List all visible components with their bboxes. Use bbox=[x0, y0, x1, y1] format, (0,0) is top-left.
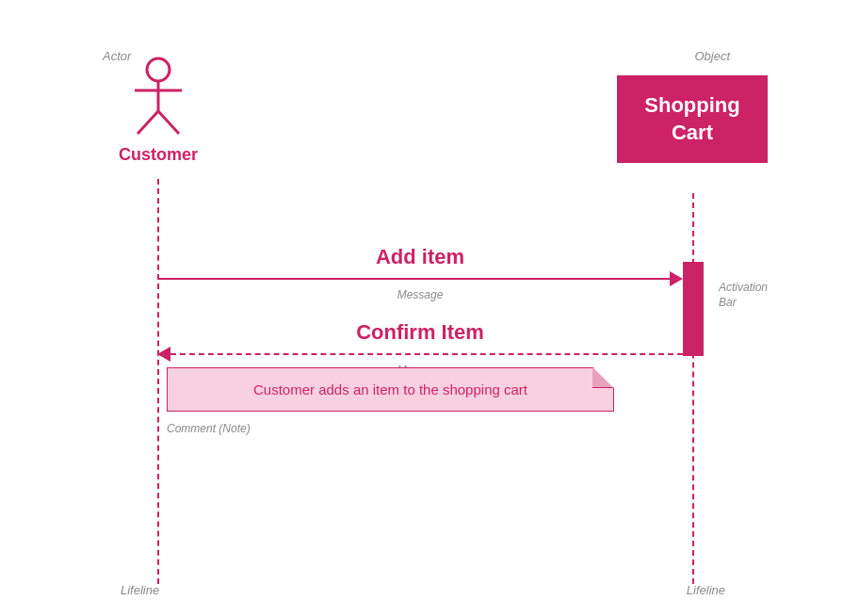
actor-figure: Customer bbox=[103, 57, 214, 165]
svg-line-4 bbox=[158, 111, 179, 134]
add-item-line bbox=[157, 278, 670, 280]
activation-bar bbox=[683, 262, 704, 356]
add-item-label: Add item bbox=[376, 245, 464, 269]
confirm-item-arrow bbox=[157, 347, 683, 362]
diagram-container: Actor Object Customer Shopping Cart Acti… bbox=[0, 0, 843, 616]
note-text: Customer adds an item to the shopping ca… bbox=[253, 381, 527, 397]
lifeline-customer bbox=[157, 179, 159, 584]
confirm-item-label: Confirm Item bbox=[356, 320, 484, 345]
svg-point-0 bbox=[147, 58, 170, 81]
stick-figure-icon bbox=[121, 57, 196, 141]
note-box: Customer adds an item to the shopping ca… bbox=[167, 367, 614, 412]
svg-line-3 bbox=[138, 111, 158, 134]
shopping-cart-box: Shopping Cart bbox=[617, 75, 768, 163]
note-label: Comment (Note) bbox=[167, 422, 251, 435]
lifeline-label-customer: Lifeline bbox=[121, 583, 159, 597]
confirm-item-line bbox=[170, 353, 683, 355]
object-label-top: Object bbox=[694, 49, 730, 63]
lifeline-label-cart: Lifeline bbox=[687, 583, 725, 597]
message-add-item: Add item Message bbox=[157, 245, 683, 301]
activation-bar-label: ActivationBar bbox=[719, 281, 768, 310]
confirm-item-arrowhead bbox=[157, 347, 170, 362]
add-item-arrow bbox=[157, 271, 683, 286]
add-item-arrowhead bbox=[670, 271, 683, 286]
actor-name: Customer bbox=[119, 145, 198, 165]
lifeline-cart bbox=[692, 193, 694, 584]
add-item-sub-label: Message bbox=[397, 288, 444, 301]
